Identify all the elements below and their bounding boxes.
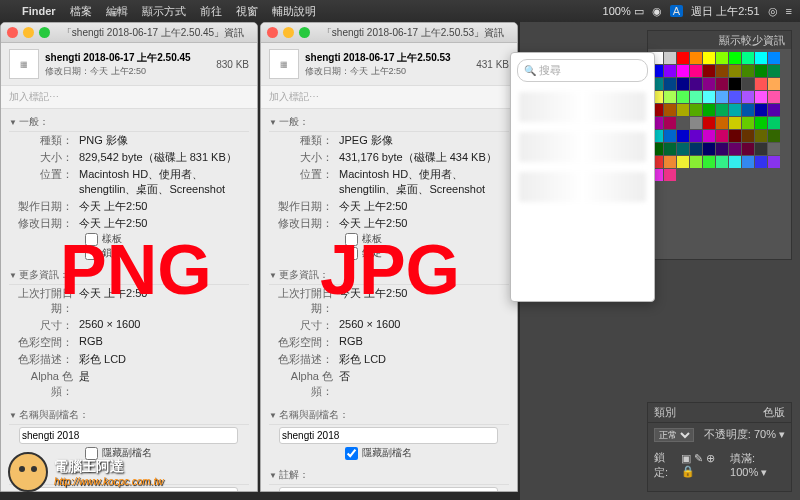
color-swatch[interactable] <box>716 117 728 129</box>
color-swatch[interactable] <box>677 52 689 64</box>
color-swatch[interactable] <box>755 130 767 142</box>
color-swatch[interactable] <box>729 130 741 142</box>
titlebar[interactable]: 「shengti 2018-06-17 上午2.50.53」資訊 <box>261 23 517 43</box>
color-swatch[interactable] <box>703 52 715 64</box>
color-swatch[interactable] <box>677 130 689 142</box>
color-swatch[interactable] <box>703 143 715 155</box>
notification-icon[interactable]: ≡ <box>786 5 792 17</box>
color-swatch[interactable] <box>664 104 676 116</box>
zoom-icon[interactable] <box>39 27 50 38</box>
color-swatch[interactable] <box>716 91 728 103</box>
menu-file[interactable]: 檔案 <box>70 4 92 19</box>
color-swatch[interactable] <box>729 65 741 77</box>
color-swatch[interactable] <box>742 143 754 155</box>
color-swatch[interactable] <box>755 143 767 155</box>
siri-icon[interactable]: ◎ <box>768 5 778 18</box>
color-swatch[interactable] <box>703 104 715 116</box>
menu-view[interactable]: 顯示方式 <box>142 4 186 19</box>
color-swatch[interactable] <box>742 130 754 142</box>
color-swatch[interactable] <box>742 91 754 103</box>
locked-checkbox[interactable] <box>85 247 98 260</box>
color-swatch[interactable] <box>690 117 702 129</box>
color-swatch[interactable] <box>690 130 702 142</box>
color-swatch[interactable] <box>703 78 715 90</box>
color-swatch[interactable] <box>742 104 754 116</box>
color-swatch[interactable] <box>768 65 780 77</box>
filename-input[interactable] <box>279 427 498 444</box>
menu-help[interactable]: 輔助說明 <box>272 4 316 19</box>
color-swatch[interactable] <box>768 104 780 116</box>
color-swatch[interactable] <box>742 78 754 90</box>
menu-edit[interactable]: 編輯 <box>106 4 128 19</box>
color-swatch[interactable] <box>677 78 689 90</box>
comments-input[interactable] <box>279 487 498 491</box>
search-input[interactable]: 🔍 搜尋 <box>517 59 648 82</box>
template-checkbox[interactable] <box>345 233 358 246</box>
color-swatch[interactable] <box>690 104 702 116</box>
app-name[interactable]: Finder <box>22 5 56 17</box>
section-name[interactable]: 名稱與副檔名： <box>269 406 509 425</box>
section-general[interactable]: 一般： <box>9 113 249 132</box>
wifi-icon[interactable]: ◉ <box>652 5 662 18</box>
color-swatch[interactable] <box>768 91 780 103</box>
titlebar[interactable]: 「shengti 2018-06-17 上午2.50.45」資訊 <box>1 23 257 43</box>
show-less-info[interactable]: 顯示較少資訊 <box>719 33 785 48</box>
minimize-icon[interactable] <box>283 27 294 38</box>
color-swatch[interactable] <box>755 65 767 77</box>
color-swatch[interactable] <box>729 52 741 64</box>
tab-kind[interactable]: 類別 <box>654 405 676 420</box>
clock[interactable]: 週日 上午2:51 <box>691 4 759 19</box>
color-swatch[interactable] <box>716 143 728 155</box>
battery-status[interactable]: 100% ▭ <box>603 5 644 18</box>
tag-input[interactable]: 加入標記⋯ <box>1 86 257 109</box>
color-swatch[interactable] <box>664 117 676 129</box>
color-swatch[interactable] <box>664 52 676 64</box>
ime-icon[interactable]: A <box>670 5 683 17</box>
color-swatch[interactable] <box>768 143 780 155</box>
color-swatch[interactable] <box>716 65 728 77</box>
color-swatch[interactable] <box>703 65 715 77</box>
minimize-icon[interactable] <box>23 27 34 38</box>
locked-checkbox[interactable] <box>345 247 358 260</box>
color-swatch[interactable] <box>690 91 702 103</box>
color-swatch[interactable] <box>664 130 676 142</box>
color-swatch[interactable] <box>703 91 715 103</box>
color-swatch[interactable] <box>729 91 741 103</box>
hide-extension-checkbox[interactable] <box>345 447 358 460</box>
color-swatch[interactable] <box>742 156 754 168</box>
tag-input[interactable]: 加入標記⋯ <box>261 86 517 109</box>
color-swatch[interactable] <box>729 117 741 129</box>
color-swatch[interactable] <box>755 91 767 103</box>
blend-mode-select[interactable]: 正常 <box>654 428 694 442</box>
color-swatch[interactable] <box>716 130 728 142</box>
color-swatch[interactable] <box>690 52 702 64</box>
color-swatch[interactable] <box>703 117 715 129</box>
lock-icon[interactable]: ▣ ✎ ⊕ 🔒 <box>681 452 724 478</box>
color-swatch[interactable] <box>742 117 754 129</box>
color-swatch[interactable] <box>742 52 754 64</box>
color-swatch[interactable] <box>729 156 741 168</box>
color-swatch[interactable] <box>677 117 689 129</box>
filename-input[interactable] <box>19 427 238 444</box>
color-swatch[interactable] <box>677 143 689 155</box>
color-swatch[interactable] <box>677 156 689 168</box>
color-swatch[interactable] <box>768 52 780 64</box>
color-swatch[interactable] <box>703 130 715 142</box>
template-checkbox[interactable] <box>85 233 98 246</box>
section-more[interactable]: 更多資訊： <box>9 266 249 285</box>
color-swatch[interactable] <box>677 65 689 77</box>
color-swatch[interactable] <box>716 156 728 168</box>
color-swatch[interactable] <box>703 156 715 168</box>
section-name[interactable]: 名稱與副檔名： <box>9 406 249 425</box>
section-comments[interactable]: 註解： <box>269 466 509 485</box>
color-swatch[interactable] <box>755 117 767 129</box>
color-swatch[interactable] <box>664 169 676 181</box>
color-swatch[interactable] <box>755 156 767 168</box>
color-swatch[interactable] <box>768 130 780 142</box>
color-swatch[interactable] <box>664 78 676 90</box>
color-swatch[interactable] <box>664 156 676 168</box>
menu-go[interactable]: 前往 <box>200 4 222 19</box>
color-swatch[interactable] <box>716 52 728 64</box>
color-swatch[interactable] <box>716 78 728 90</box>
menu-window[interactable]: 視窗 <box>236 4 258 19</box>
